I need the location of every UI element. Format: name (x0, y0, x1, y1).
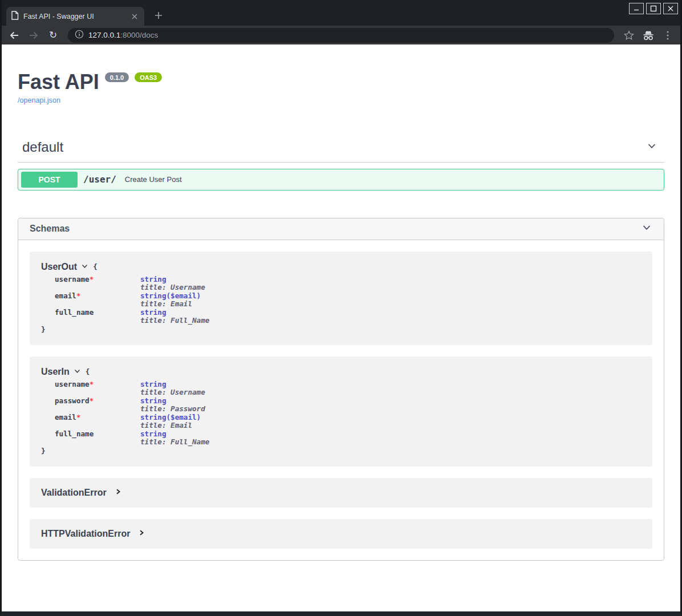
property-type: string (140, 380, 209, 388)
property-name: full_name (55, 429, 94, 438)
tag-section-default: default POST /user/ Create User Post (18, 133, 664, 191)
version-badge: 0.1.0 (105, 72, 129, 82)
back-icon[interactable] (7, 29, 21, 42)
close-brace: } (41, 325, 641, 334)
swagger-page: Fast API 0.1.0 OAS3 /openapi.json defaul… (2, 44, 680, 611)
close-button[interactable] (663, 3, 678, 14)
model-httpvalidationerror: HTTPValidationError (30, 519, 652, 549)
tab-strip: Fast API - Swagger UI (2, 0, 680, 26)
tab-title: Fast API - Swagger UI (23, 13, 125, 21)
property-name: email (55, 413, 76, 422)
property-type: string (140, 397, 209, 405)
tag-name: default (22, 139, 63, 155)
minimize-button[interactable] (629, 3, 644, 14)
schemas-header[interactable]: Schemas (18, 218, 664, 240)
bookmark-star-icon[interactable] (622, 29, 636, 42)
model-userin: UserIn { username* string title: Usernam… (30, 356, 652, 467)
api-info: Fast API 0.1.0 OAS3 /openapi.json (18, 44, 664, 105)
open-brace: { (86, 367, 90, 376)
property-table: username* string title: Username passwor… (55, 380, 209, 447)
required-marker: * (90, 275, 94, 283)
chevron-right-icon (115, 488, 121, 497)
incognito-icon (642, 29, 655, 42)
property-type: string (140, 430, 209, 438)
model-title: UserIn (41, 367, 70, 377)
property-title: title: Email (140, 422, 209, 429)
model-title: UserOut (41, 262, 77, 272)
property-row: username* string title: Username (55, 275, 209, 292)
required-marker: * (90, 396, 94, 405)
close-brace: } (41, 447, 641, 455)
model-toggle-userin[interactable]: UserIn (41, 367, 81, 377)
chevron-down-icon[interactable] (641, 222, 652, 236)
opblock-post-user[interactable]: POST /user/ Create User Post (18, 169, 664, 191)
chevron-down-icon (81, 262, 88, 271)
operation-summary: Create User Post (125, 175, 182, 184)
property-name: email (55, 291, 76, 300)
property-title: title: Full_Name (140, 317, 209, 325)
property-title: title: Full_Name (140, 438, 209, 446)
address-bar[interactable]: 127.0.0.1:8000/docs (68, 28, 614, 43)
property-title: title: Username (140, 388, 209, 396)
browser-window: Fast API - Swagger UI (0, 0, 682, 616)
oas3-badge: OAS3 (135, 72, 162, 82)
property-type: string($email) (140, 292, 209, 300)
property-title: title: Email (140, 300, 209, 308)
chevron-right-icon (138, 529, 145, 538)
property-row: email* string($email) title: Email (55, 292, 209, 309)
schemas-section: Schemas UserOut { (18, 218, 664, 561)
page-icon (11, 11, 19, 22)
model-toggle-validationerror[interactable]: ValidationError (41, 488, 121, 498)
method-badge: POST (21, 172, 78, 188)
url-text[interactable]: 127.0.0.1:8000/docs (88, 31, 158, 39)
tag-header-default[interactable]: default (18, 133, 664, 163)
open-brace: { (93, 262, 98, 271)
operation-path: /user/ (83, 174, 116, 185)
maximize-button[interactable] (646, 3, 661, 14)
chevron-down-icon (74, 367, 81, 376)
tab-close-icon[interactable] (129, 11, 140, 22)
property-name: username (55, 380, 90, 388)
forward-icon[interactable] (27, 29, 40, 42)
property-row: password* string title: Password (55, 397, 209, 414)
new-tab-icon[interactable] (151, 8, 166, 23)
property-type: string (140, 275, 209, 283)
property-title: title: Password (140, 405, 209, 413)
property-row: full_name string title: Full_Name (55, 430, 209, 447)
property-type: string (140, 309, 209, 317)
openapi-spec-link[interactable]: /openapi.json (18, 96, 60, 104)
property-row: username* string title: Username (55, 380, 209, 397)
url-path: :8000/docs (120, 31, 158, 39)
required-marker: * (90, 380, 94, 388)
property-name: password (55, 396, 90, 405)
window-controls (629, 3, 678, 14)
property-row: full_name string title: Full_Name (55, 309, 209, 325)
model-toggle-userout[interactable]: UserOut (41, 262, 88, 272)
property-title: title: Username (140, 283, 209, 291)
menu-kebab-icon[interactable] (661, 29, 675, 42)
property-name: full_name (55, 308, 94, 317)
property-table: username* string title: Username email* … (55, 275, 209, 325)
property-name: username (55, 275, 90, 283)
property-type: string($email) (140, 414, 209, 422)
browser-tab[interactable]: Fast API - Swagger UI (6, 7, 144, 26)
model-toggle-httpvalidationerror[interactable]: HTTPValidationError (41, 529, 145, 539)
required-marker: * (76, 413, 81, 422)
model-userout: UserOut { username* string title: Userna… (30, 252, 652, 345)
chevron-down-icon[interactable] (646, 140, 657, 154)
info-icon[interactable] (75, 30, 84, 41)
browser-toolbar: ↻ 127.0.0.1:8000/docs (2, 26, 680, 44)
url-host: 127.0.0.1 (88, 31, 120, 39)
schemas-title: Schemas (30, 224, 70, 234)
model-title: ValidationError (41, 488, 107, 498)
required-marker: * (76, 291, 81, 300)
model-title: HTTPValidationError (41, 529, 130, 539)
model-validationerror: ValidationError (30, 478, 652, 508)
schemas-body: UserOut { username* string title: Userna… (18, 240, 664, 560)
property-row: email* string($email) title: Email (55, 414, 209, 430)
page-title: Fast API (18, 71, 99, 94)
reload-icon[interactable]: ↻ (46, 29, 60, 42)
